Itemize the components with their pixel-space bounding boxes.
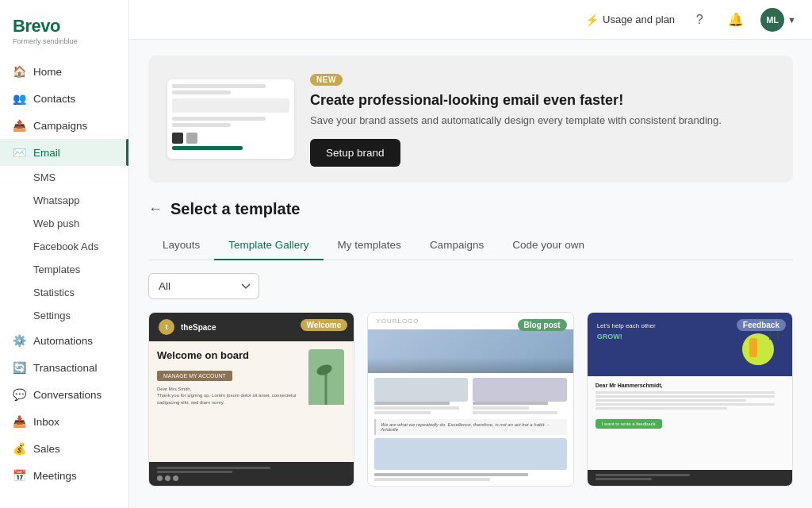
preview-line-4 <box>172 123 231 127</box>
template-card-feedback[interactable]: Feedback Let's help each other GROW! <box>587 312 793 487</box>
logo-name: Brevo <box>13 16 116 37</box>
template-card-welcome[interactable]: Welcome t theSpace Welcome on board MANA… <box>148 312 354 487</box>
sidebar-item-email[interactable]: ✉️ Email <box>0 139 128 166</box>
sidebar-item-campaigns[interactable]: 📤 Campaigns <box>0 112 128 139</box>
welcome-title: Welcome on board <box>157 349 300 362</box>
feedback-cta: I want to write a feedback <box>596 419 662 429</box>
sales-icon: 💰 <box>13 442 25 455</box>
back-button[interactable]: ← <box>148 201 163 217</box>
blog-img-1 <box>374 378 468 402</box>
banner-title: Create professional-looking email even f… <box>310 92 774 109</box>
sidebar-label-contacts: Contacts <box>33 93 75 105</box>
banner-preview-image <box>167 79 294 159</box>
sidebar-label-campaigns: Campaigns <box>33 120 87 132</box>
sidebar-nav: 🏠 Home 👥 Contacts 📤 Campaigns ✉️ Email S… <box>0 58 128 508</box>
sidebar-item-facebook[interactable]: Facebook Ads <box>0 235 128 258</box>
section-header: ← Select a template <box>148 200 793 218</box>
social-dot-1 <box>157 475 163 481</box>
sidebar-item-meetings[interactable]: 📅 Meetings <box>0 462 128 489</box>
sidebar-item-automations[interactable]: ⚙️ Automations <box>0 327 128 354</box>
banner-description: Save your brand assets and automatically… <box>310 114 774 128</box>
email-icon: ✉️ <box>13 146 25 159</box>
color-swatch-light <box>186 133 197 144</box>
template-grid: Welcome t theSpace Welcome on board MANA… <box>148 312 793 487</box>
blog-preview: YOURLOGO <box>368 313 573 486</box>
footer-social <box>157 475 346 481</box>
logo-subtitle: Formerly sendinblue <box>13 37 116 45</box>
sidebar-item-sales[interactable]: 💰 Sales <box>0 435 128 462</box>
sidebar-label-statistics: Statistics <box>33 287 75 298</box>
tab-template-gallery[interactable]: Template Gallery <box>214 231 323 260</box>
notifications-button[interactable]: 🔔 <box>724 8 748 32</box>
sidebar: Brevo Formerly sendinblue 🏠 Home 👥 Conta… <box>0 0 129 508</box>
template-card-blog[interactable]: Blog post YOURLOGO <box>367 312 573 487</box>
footer-line-1 <box>157 467 270 469</box>
brand-banner: NEW Create professional-looking email ev… <box>148 56 793 183</box>
welcome-logo-text: theSpace <box>181 323 216 332</box>
category-filter[interactable]: All E-commerce Newsletter Business Event <box>148 273 259 299</box>
sidebar-item-home[interactable]: 🏠 Home <box>0 58 128 85</box>
footer-line-2 <box>157 471 232 473</box>
sidebar-item-statistics[interactable]: Statistics <box>0 281 128 304</box>
sidebar-item-templates[interactable]: Templates <box>0 258 128 281</box>
blog-line <box>374 406 458 410</box>
feedback-line <box>596 391 775 394</box>
blog-col-right <box>473 378 566 414</box>
sidebar-item-whatsapp[interactable]: Whatsapp <box>0 189 128 212</box>
help-icon: ? <box>696 13 703 27</box>
feedback-text-lines <box>596 391 784 410</box>
banner-text: NEW Create professional-looking email ev… <box>310 71 774 167</box>
welcome-badge: Welcome <box>301 319 348 331</box>
feedback-line <box>596 399 747 402</box>
bell-icon: 🔔 <box>728 12 744 27</box>
sidebar-label-conversations: Conversations <box>33 389 102 401</box>
blog-bottom-lines <box>374 473 566 481</box>
blog-line <box>473 411 557 414</box>
welcome-footer <box>149 462 354 486</box>
sidebar-item-webpush[interactable]: Web push <box>0 212 128 235</box>
setup-brand-button[interactable]: Setup brand <box>310 139 400 167</box>
user-menu[interactable]: ML ▼ <box>760 8 796 32</box>
sidebar-item-inbox[interactable]: 📥 Inbox <box>0 408 128 435</box>
blog-line <box>473 402 548 405</box>
tab-layouts[interactable]: Layouts <box>148 231 214 260</box>
blog-line <box>374 473 528 476</box>
feedback-line <box>596 395 775 398</box>
plant-leaf <box>315 363 333 377</box>
campaigns-icon: 📤 <box>13 119 25 132</box>
sidebar-item-transactional[interactable]: 🔄 Transactional <box>0 354 128 381</box>
sidebar-label-templates: Templates <box>33 264 80 275</box>
blog-img-2 <box>473 378 566 402</box>
chevron-down-icon: ▼ <box>787 15 796 25</box>
preview-line-1 <box>172 84 266 88</box>
tab-my-templates[interactable]: My templates <box>324 231 416 260</box>
sidebar-label-home: Home <box>33 66 62 78</box>
blog-cols <box>374 378 566 414</box>
welcome-body-text: Dear Mrs Smith, Thank you for signing up… <box>157 386 300 406</box>
sidebar-item-sms[interactable]: SMS <box>0 166 128 189</box>
tab-campaigns[interactable]: Campaigns <box>416 231 498 260</box>
welcome-preview: t theSpace Welcome on board MANAGE MY AC… <box>149 313 354 486</box>
sidebar-item-settings[interactable]: Settings <box>0 304 128 327</box>
preview-line-3 <box>172 117 266 121</box>
footer-line <box>596 474 690 476</box>
avatar: ML <box>760 8 784 32</box>
tab-code-own[interactable]: Code your own <box>498 231 599 260</box>
illustration-person <box>749 338 757 357</box>
preview-accent-line <box>172 146 243 150</box>
blog-lines-2 <box>473 402 566 414</box>
transactional-icon: 🔄 <box>13 361 25 374</box>
sidebar-item-conversations[interactable]: 💬 Conversations <box>0 381 128 408</box>
help-button[interactable]: ? <box>688 8 711 32</box>
sidebar-label-webpush: Web push <box>33 217 79 229</box>
sidebar-label-meetings: Meetings <box>33 470 77 482</box>
usage-plan-button[interactable]: ⚡ Usage and plan <box>585 13 675 26</box>
inbox-icon: 📥 <box>13 415 25 428</box>
footer-line <box>596 478 653 480</box>
blog-col-left <box>374 378 468 414</box>
sidebar-item-contacts[interactable]: 👥 Contacts <box>0 85 128 112</box>
sidebar-label-automations: Automations <box>33 335 93 347</box>
feedback-line <box>596 407 728 410</box>
template-tabs: Layouts Template Gallery My templates Ca… <box>148 231 793 260</box>
contacts-icon: 👥 <box>13 92 25 105</box>
